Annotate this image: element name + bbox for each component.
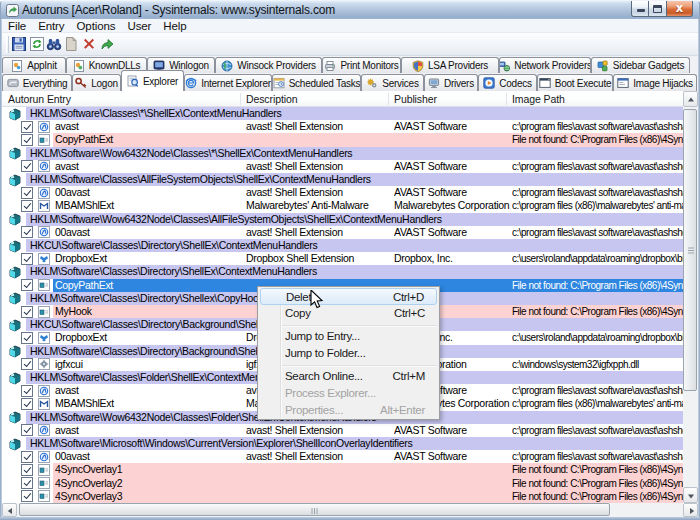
entry-row-4syncoverlay2[interactable]: 4SyncOverlay2File not found: C:\Program … (2, 477, 683, 490)
entry-checkbox[interactable] (21, 358, 33, 370)
scroll-down-button[interactable] (683, 487, 698, 503)
close-button[interactable]: x (667, 1, 693, 17)
entry-checkbox[interactable] (21, 464, 33, 476)
column-header-autorun-entry[interactable]: Autorun Entry (2, 91, 238, 107)
save-button[interactable] (11, 36, 28, 53)
tab-codecs[interactable]: Codecs (478, 74, 537, 91)
network-icon-img (499, 60, 510, 72)
context-menu-item-delete[interactable]: DeleteCtrl+D (260, 288, 437, 305)
column-header-description[interactable]: Description (240, 91, 392, 107)
group-row[interactable]: HKLM\Software\Classes\*\ShellEx\ContextM… (2, 107, 683, 120)
entry-row-dropboxext[interactable]: DropboxExtDropbox Shell ExtensionDropbox… (2, 252, 683, 265)
menu-item-user[interactable]: User (121, 19, 157, 33)
delete-button[interactable] (81, 36, 98, 53)
context-menu-item-search-online[interactable]: Search Online...Ctrl+M (260, 368, 437, 385)
properties-button[interactable] (63, 36, 80, 53)
tab-drivers[interactable]: Drivers (424, 74, 478, 91)
title-bar[interactable]: Autoruns [Acer\Roland] - Sysinternals: w… (0, 0, 700, 19)
vertical-scrollbar[interactable] (683, 91, 698, 503)
appinit-icon-img (11, 60, 23, 72)
codecs-icon-img (483, 77, 495, 89)
entry-image-path: c:\program files\avast software\avast\as… (512, 450, 683, 463)
context-menu-item-process-explorer[interactable]: Process Explorer... (260, 385, 437, 402)
menu-item-entry[interactable]: Entry (32, 19, 70, 33)
avast-entry-icon (38, 160, 50, 172)
entry-row-mbamshlext[interactable]: MBAMShlExtMalwarebytes' Anti-MalwareMalw… (2, 199, 683, 212)
tab-lsa-providers[interactable]: LSA Providers (401, 57, 499, 73)
scroll-left-button[interactable] (2, 503, 17, 517)
entry-row-4syncoverlay3[interactable]: 4SyncOverlay3File not found: C:\Program … (2, 490, 683, 503)
dropbox-entry-icon (38, 332, 50, 344)
column-header-publisher[interactable]: Publisher (388, 91, 510, 107)
menu-item-options[interactable]: Options (70, 19, 121, 33)
entry-row-avast[interactable]: avastavast! Shell ExtensionAVAST Softwar… (2, 160, 683, 173)
entry-checkbox[interactable] (21, 385, 33, 397)
minimize-button[interactable] (631, 1, 649, 17)
scroll-right-button[interactable] (683, 503, 698, 517)
tab-image-hijacks[interactable]: Image Hijacks (613, 74, 697, 91)
tab-sidebar-gadgets[interactable]: Sidebar Gadgets (591, 57, 690, 73)
menu-item-help[interactable]: Help (157, 19, 192, 33)
scroll-up-button[interactable] (683, 91, 698, 107)
column-header-image-path[interactable]: Image Path (506, 91, 681, 107)
entry-checkbox[interactable] (21, 253, 33, 265)
entry-checkbox[interactable] (21, 121, 33, 133)
refresh-icon (29, 36, 45, 52)
tab-network-providers[interactable]: Network Providers (499, 57, 591, 73)
entry-row-avast[interactable]: avastavast! Shell ExtensionAVAST Softwar… (2, 424, 683, 437)
entry-row-avast[interactable]: avastavast! Shell ExtensionAVAST Softwar… (2, 120, 683, 133)
tab-services[interactable]: Services (361, 74, 424, 91)
context-menu-item-jump-to-folder[interactable]: Jump to Folder... (260, 345, 437, 362)
jump-button[interactable] (99, 36, 116, 53)
entry-checkbox[interactable] (21, 398, 33, 410)
maximize-button[interactable] (649, 1, 667, 17)
tab-logon[interactable]: Logon (72, 74, 121, 91)
entry-row-copypathext[interactable]: CopyPathExtFile not found: C:\Program Fi… (2, 133, 683, 146)
entry-image-path: c:\program files\avast software\avast\as… (512, 226, 683, 239)
entry-image-path: c:\program files\avast software\avast\as… (512, 120, 683, 133)
menu-item-file[interactable]: File (2, 19, 32, 33)
find-button[interactable] (46, 36, 63, 53)
copypath-entry-icon (38, 477, 50, 489)
group-row[interactable]: HKLM\Software\Classes\Directory\ShellEx\… (2, 265, 683, 278)
group-row[interactable]: HKLM\Software\Wow6432Node\Classes\*\Shel… (2, 147, 683, 160)
group-row[interactable]: HKLM\Software\Classes\AllFileSystemObjec… (2, 173, 683, 186)
entry-checkbox[interactable] (21, 200, 33, 212)
entry-checkbox[interactable] (21, 160, 33, 172)
tab-boot-execute[interactable]: Boot Execute (537, 74, 613, 91)
tab-appinit[interactable]: AppInit (2, 57, 66, 73)
entry-description (246, 477, 392, 490)
group-row[interactable]: HKLM\Software\Wow6432Node\Classes\AllFil… (2, 213, 683, 226)
registry-key-icon (8, 319, 22, 332)
entry-row-4syncoverlay1[interactable]: 4SyncOverlay1File not found: C:\Program … (2, 463, 683, 476)
entry-row-00avast[interactable]: 00avastavast! Shell ExtensionAVAST Softw… (2, 450, 683, 463)
tab-explorer[interactable]: Explorer (121, 70, 184, 91)
entry-checkbox[interactable] (21, 424, 33, 436)
tab-print-monitors[interactable]: Print Monitors (322, 57, 401, 73)
tab-everything[interactable]: Everything (2, 74, 72, 91)
context-menu-item-properties[interactable]: Properties...Alt+Enter (260, 402, 437, 419)
entry-row-00avast[interactable]: 00avastavast! Shell ExtensionAVAST Softw… (2, 186, 683, 199)
entry-checkbox[interactable] (21, 187, 33, 199)
entry-checkbox[interactable] (21, 451, 33, 463)
entry-checkbox[interactable] (21, 477, 33, 489)
entry-checkbox[interactable] (21, 306, 33, 318)
context-menu-item-jump-to-entry[interactable]: Jump to Entry... (260, 328, 437, 345)
entry-checkbox[interactable] (21, 490, 33, 502)
group-row[interactable]: HKCU\Software\Classes\Directory\ShellEx\… (2, 239, 683, 252)
entry-row-00avast[interactable]: 00avastavast! Shell ExtensionAVAST Softw… (2, 226, 683, 239)
bootexec-icon (539, 77, 551, 89)
context-menu-item-copy[interactable]: CopyCtrl+C (260, 305, 437, 322)
tab-scheduled-tasks[interactable]: Scheduled Tasks (272, 74, 361, 91)
tab-internet-explorer[interactable]: Internet Explorer (184, 74, 272, 91)
entry-checkbox[interactable] (21, 279, 33, 291)
entry-checkbox[interactable] (21, 134, 33, 146)
group-row[interactable]: HKLM\Software\Microsoft\Windows\CurrentV… (2, 437, 683, 450)
vertical-scroll-thumb[interactable] (683, 109, 697, 391)
entry-checkbox[interactable] (21, 226, 33, 238)
horizontal-scrollbar[interactable] (2, 503, 698, 517)
entry-checkbox[interactable] (21, 332, 33, 344)
horizontal-scroll-thumb[interactable] (19, 503, 610, 516)
refresh-button[interactable] (29, 36, 46, 53)
tab-winsock-providers[interactable]: Winsock Providers (215, 57, 322, 73)
